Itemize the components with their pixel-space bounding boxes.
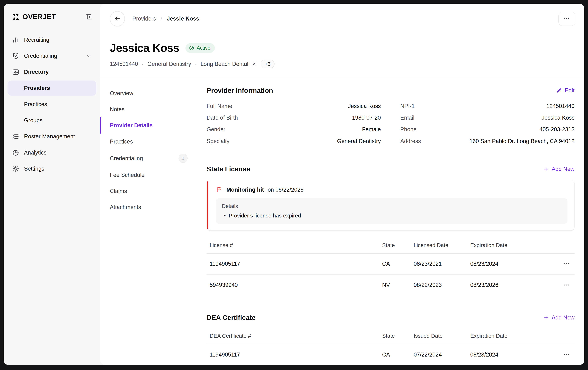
field-value: Jessica Koss (348, 103, 381, 109)
sidebar-item-recruiting[interactable]: Recruiting (8, 32, 96, 47)
field-row: Date of Birth1980-07-20 (207, 112, 381, 124)
cell-license: 594939940 (210, 282, 382, 288)
dea-certificate-table: DEA Certificate # State Issued Date Expi… (207, 329, 574, 365)
add-new-label: Add New (552, 166, 575, 172)
row-actions-button[interactable] (562, 259, 572, 269)
edit-button[interactable]: Edit (556, 87, 575, 94)
detail-subnav: Overview Notes Provider Details Practice… (100, 78, 197, 365)
cell-state: NV (382, 282, 414, 288)
topbar: Providers / Jessie Koss (100, 4, 584, 30)
subnav-item-provider-details[interactable]: Provider Details (100, 117, 197, 133)
table-row: 594939940 NV 08/22/2023 08/23/2026 (207, 275, 574, 296)
subnav-label: Credentialing (110, 154, 143, 162)
table-row: 1194905117 CA 07/22/2024 08/23/2024 (207, 344, 574, 365)
chevron-down-icon (86, 53, 92, 59)
alert-title: Monitoring hit (226, 187, 264, 193)
provider-specialty: General Dentistry (147, 61, 191, 67)
shield-check-icon (12, 52, 20, 60)
cell-dea-number: 1194905117 (210, 351, 382, 358)
breadcrumb-providers[interactable]: Providers (132, 15, 156, 22)
field-value: 1980-07-20 (352, 115, 381, 121)
column-license: License # (210, 242, 382, 248)
section-divider (207, 156, 574, 156)
section-title-state-license: State License (207, 165, 250, 173)
more-actions-button[interactable] (558, 12, 575, 26)
collapse-sidebar-button[interactable] (84, 13, 93, 21)
directory-icon (12, 68, 20, 76)
provider-information-section: Provider Information Edit Full NameJessi… (207, 87, 574, 147)
field-label: Email (400, 115, 414, 121)
subnav-label: Overview (110, 89, 133, 97)
subnav-item-notes[interactable]: Notes (100, 101, 197, 117)
sidebar-item-settings[interactable]: Settings (8, 161, 96, 176)
cell-issued-date: 07/22/2024 (414, 351, 470, 358)
status-label: Active (197, 45, 210, 51)
row-actions-button[interactable] (562, 350, 572, 359)
alert-detail-item: Provider’s license has expired (222, 212, 561, 219)
window-frame: OVERJET Recruiting Credentialing (0, 0, 588, 370)
dea-certificate-section: DEA Certificate Add New DEA Certificate … (207, 314, 574, 365)
column-issued-date: Issued Date (414, 333, 470, 339)
sidebar-item-analytics[interactable]: Analytics (8, 145, 96, 160)
provider-meta: 124501440 · General Dentistry · Long Bea… (110, 60, 575, 68)
sidebar-item-groups[interactable]: Groups (8, 113, 96, 128)
subnav-item-fee-schedule[interactable]: Fee Schedule (100, 167, 197, 183)
monitoring-date-link[interactable]: on 05/22/2025 (268, 187, 304, 193)
subnav-item-claims[interactable]: Claims (100, 183, 197, 199)
cell-license: 1194905117 (210, 261, 382, 267)
app: OVERJET Recruiting Credentialing (4, 4, 584, 365)
add-dea-certificate-button[interactable]: Add New (543, 314, 575, 321)
sidebar-item-practices[interactable]: Practices (8, 97, 96, 112)
practice-name: Long Beach Dental (200, 61, 248, 67)
cell-expiration-date: 08/23/2024 (470, 261, 556, 267)
subnav-label: Notes (110, 105, 125, 113)
subnav-label: Provider Details (110, 121, 153, 129)
monitoring-alert: Monitoring hit on 05/22/2025 Details Pro… (207, 180, 574, 231)
sidebar-item-directory[interactable]: Directory (8, 64, 96, 79)
field-row: NPI-1124501440 (400, 100, 575, 112)
cell-licensed-date: 08/22/2023 (414, 282, 470, 288)
sidebar-item-label: Groups (24, 117, 42, 124)
field-label: Gender (207, 126, 225, 133)
subnav-item-overview[interactable]: Overview (100, 85, 197, 101)
page-title: Jessica Koss (110, 41, 179, 55)
field-label: NPI-1 (400, 103, 415, 109)
credentialing-count-badge: 1 (178, 154, 188, 163)
subnav-item-practices[interactable]: Practices (100, 134, 197, 150)
cell-state: CA (382, 351, 414, 358)
subnav-label: Claims (110, 187, 127, 195)
sidebar-item-providers[interactable]: Providers (8, 81, 96, 95)
column-expiration-date: Expiration Date (470, 333, 556, 339)
column-dea-number: DEA Certificate # (210, 333, 382, 339)
state-license-section: State License Add New Monitoring hit on … (207, 165, 574, 296)
section-divider (207, 305, 574, 305)
column-expiration-date: Expiration Date (470, 242, 556, 248)
check-circle-icon (189, 45, 194, 51)
sidebar-item-credentialing[interactable]: Credentialing (8, 48, 96, 63)
cell-state: CA (382, 261, 414, 267)
alert-details-box: Details Provider’s license has expired (216, 198, 567, 224)
content: Overview Notes Provider Details Practice… (100, 78, 584, 365)
add-state-license-button[interactable]: Add New (543, 166, 575, 172)
gear-icon (12, 165, 20, 172)
plus-icon (543, 315, 549, 321)
breadcrumb: Providers / Jessie Koss (132, 15, 199, 22)
cell-expiration-date: 08/23/2024 (470, 351, 556, 358)
subnav-item-attachments[interactable]: Attachments (100, 199, 197, 215)
field-row: SpecialtyGeneral Dentistry (207, 135, 381, 147)
provider-practice-link[interactable]: Long Beach Dental (200, 61, 257, 67)
subnav-item-credentialing[interactable]: Credentialing 1 (100, 150, 197, 167)
more-practices-badge[interactable]: +3 (261, 60, 275, 68)
arrow-left-icon (114, 15, 121, 22)
back-button[interactable] (110, 11, 125, 26)
main-panel: Providers / Jessie Koss Jessica Koss Act… (100, 4, 584, 365)
ellipsis-icon (563, 261, 570, 267)
overjet-logo: OVERJET (12, 13, 56, 21)
ellipsis-icon (563, 15, 570, 22)
field-label: Specialty (207, 138, 229, 144)
collapse-sidebar-icon (85, 13, 92, 21)
sidebar-item-label: Credentialing (24, 53, 57, 59)
pencil-icon (556, 87, 562, 94)
row-actions-button[interactable] (562, 280, 572, 290)
sidebar-item-roster-management[interactable]: Roster Management (8, 129, 96, 144)
